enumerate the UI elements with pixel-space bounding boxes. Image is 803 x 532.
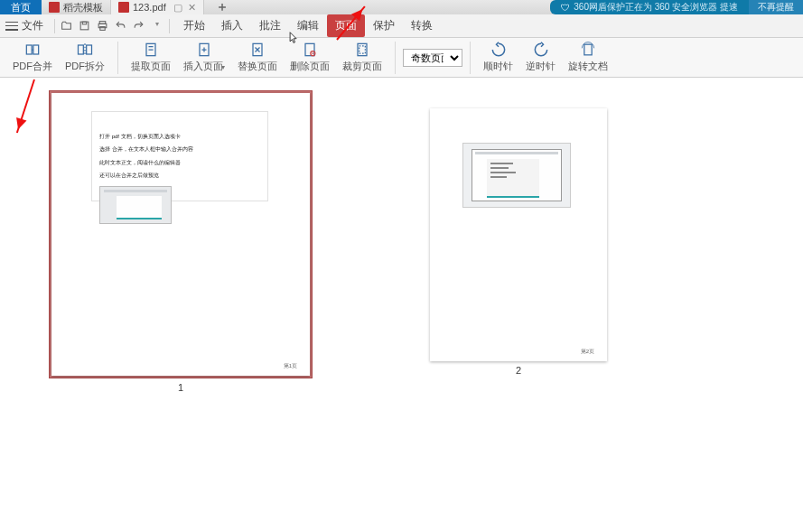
ribbon-tabs: 开始 插入 批注 编辑 页面 保护 转换 <box>175 14 441 37</box>
page-thumb-canvas: 第2页 <box>430 108 607 361</box>
button-label: PDF合并 <box>13 60 52 73</box>
tab-home[interactable]: 首页 <box>0 0 42 14</box>
rotate-ccw-icon <box>532 42 550 58</box>
preview-screenshot <box>472 149 562 201</box>
redo-icon[interactable] <box>133 20 145 32</box>
replace-page-button[interactable]: 替换页面 <box>232 40 283 75</box>
merge-icon <box>23 42 42 58</box>
rotate-cw-icon <box>490 42 508 58</box>
quick-dropdown-icon[interactable]: ▾ <box>151 20 163 32</box>
file-menu[interactable]: 文件 <box>22 18 43 33</box>
tab-template[interactable]: 稻壳模板 <box>42 0 111 14</box>
page-filter-select[interactable]: 奇数页面 <box>403 49 462 67</box>
separator <box>395 42 396 74</box>
svg-rect-7 <box>79 45 84 54</box>
pdf-icon <box>118 2 129 13</box>
svg-rect-8 <box>87 45 92 54</box>
banner-message[interactable]: 🛡 360网盾保护正在为 360 安全浏览器 提速 <box>550 0 749 14</box>
tab-close-icon[interactable]: ✕ <box>188 2 196 14</box>
page-thumbnail-workspace: 打开 pdf 文档，切换页面入选项卡 选择 合并，在文本人框中输入合并内容 此时… <box>0 78 803 532</box>
svg-rect-5 <box>26 45 32 54</box>
save-icon[interactable] <box>79 20 91 32</box>
svg-rect-0 <box>80 22 89 30</box>
thumbnail-container: 打开 pdf 文档，切换页面入选项卡 选择 合并，在文本人框中输入合并内容 此时… <box>0 78 803 406</box>
open-icon[interactable] <box>61 20 73 32</box>
page-thumb-1-selected[interactable]: 打开 pdf 文档，切换页面入选项卡 选择 合并，在文本人框中输入合并内容 此时… <box>49 90 313 378</box>
hamburger-icon[interactable] <box>5 22 18 31</box>
preview-line: 还可以在合并之后做预览 <box>99 169 260 182</box>
tab-convert[interactable]: 转换 <box>403 14 441 37</box>
page-thumb-canvas: 打开 pdf 文档，切换页面入选项卡 选择 合并，在文本人框中输入合并内容 此时… <box>51 93 310 376</box>
split-icon <box>76 42 94 58</box>
preview-line: 选择 合并，在文本人框中输入合并内容 <box>99 143 260 155</box>
svg-rect-16 <box>584 44 592 55</box>
separator <box>117 42 118 74</box>
rotate-doc-button[interactable]: 旋转文档 <box>563 40 613 75</box>
tab-protect[interactable]: 保护 <box>365 14 403 37</box>
rotate-cw-button[interactable]: 顺时针 <box>478 40 518 75</box>
security-banner: 🛡 360网盾保护正在为 360 安全浏览器 提速 不再提醒 <box>550 0 803 14</box>
pdf-merge-button[interactable]: PDF合并 <box>7 40 58 75</box>
page-content-preview: 打开 pdf 文档，切换页面入选项卡 选择 合并，在文本人框中输入合并内容 此时… <box>91 111 268 201</box>
crop-icon <box>353 42 371 58</box>
thumb-number: 1 <box>178 382 183 393</box>
extract-page-button[interactable]: 提取页面 <box>126 40 176 75</box>
title-tab-bar: 首页 稻壳模板 123.pdf ▢ ✕ ＋ 🛡 360网盾保护正在为 360 安… <box>0 0 803 14</box>
insert-icon <box>195 42 213 58</box>
crop-page-button[interactable]: 裁剪页面 <box>337 40 387 75</box>
rotate-doc-icon <box>579 42 597 58</box>
button-label: 删除页面 <box>290 60 330 73</box>
preview-line: 打开 pdf 文档，切换页面入选项卡 <box>99 130 260 143</box>
pdf-split-button[interactable]: PDF拆分 <box>60 40 110 75</box>
button-label: 顺时针 <box>483 60 513 73</box>
shield-icon: 🛡 <box>561 3 570 13</box>
extract-icon <box>142 42 160 58</box>
button-label: 旋转文档 <box>568 60 608 73</box>
delete-page-button[interactable]: 删除页面 <box>285 40 335 75</box>
tab-label: 123.pdf <box>133 2 166 13</box>
separator <box>169 19 170 33</box>
new-tab-button[interactable]: ＋ <box>211 0 233 14</box>
tab-controls: ▢ ✕ <box>173 2 196 14</box>
button-label: 插入页面▾ <box>183 60 225 73</box>
banner-text: 360网盾保护正在为 360 安全浏览器 提速 <box>574 1 738 14</box>
separator <box>54 19 55 33</box>
page-thumb-2[interactable]: 第2页 2 <box>430 90 607 393</box>
tab-pdf[interactable]: 123.pdf ▢ ✕ <box>111 0 204 14</box>
delete-icon <box>301 42 319 58</box>
tab-insert[interactable]: 插入 <box>213 14 251 37</box>
page-content-preview <box>462 143 571 208</box>
cursor-icon <box>289 32 298 44</box>
tab-label: 稻壳模板 <box>63 1 103 14</box>
banner-dismiss[interactable]: 不再提醒 <box>749 0 803 14</box>
tab-annotate[interactable]: 批注 <box>251 14 289 37</box>
button-label: 替换页面 <box>238 60 277 73</box>
ribbon-toolbar: PDF合并 PDF拆分 提取页面 插入页面▾ 替换页面 删除页面 裁剪页面 奇数… <box>0 38 803 78</box>
button-label: 逆时针 <box>526 60 556 73</box>
doc-icon <box>49 2 60 13</box>
separator <box>470 42 471 74</box>
rotate-ccw-button[interactable]: 逆时针 <box>520 40 561 75</box>
menu-bar: 文件 ▾ 开始 插入 批注 编辑 页面 保护 转换 <box>0 14 803 38</box>
svg-rect-6 <box>33 45 39 54</box>
tab-present-icon[interactable]: ▢ <box>173 2 182 14</box>
button-label: PDF拆分 <box>65 60 105 73</box>
replace-icon <box>248 42 266 58</box>
thumb-number: 2 <box>516 365 521 376</box>
preview-line: 此时文本正文，阅读什么的编辑器 <box>99 156 260 169</box>
svg-rect-1 <box>82 22 86 24</box>
quick-access: ▾ <box>61 20 163 32</box>
page-footer-label: 第1页 <box>284 362 297 370</box>
print-icon[interactable] <box>97 20 109 32</box>
undo-icon[interactable] <box>115 20 127 32</box>
button-label: 提取页面 <box>131 60 171 73</box>
tab-start[interactable]: 开始 <box>175 14 213 37</box>
button-label: 裁剪页面 <box>342 60 382 73</box>
preview-screenshot <box>99 186 172 224</box>
svg-rect-15 <box>359 46 366 53</box>
page-footer-label: 第2页 <box>581 348 594 356</box>
insert-page-button[interactable]: 插入页面▾ <box>178 40 230 75</box>
